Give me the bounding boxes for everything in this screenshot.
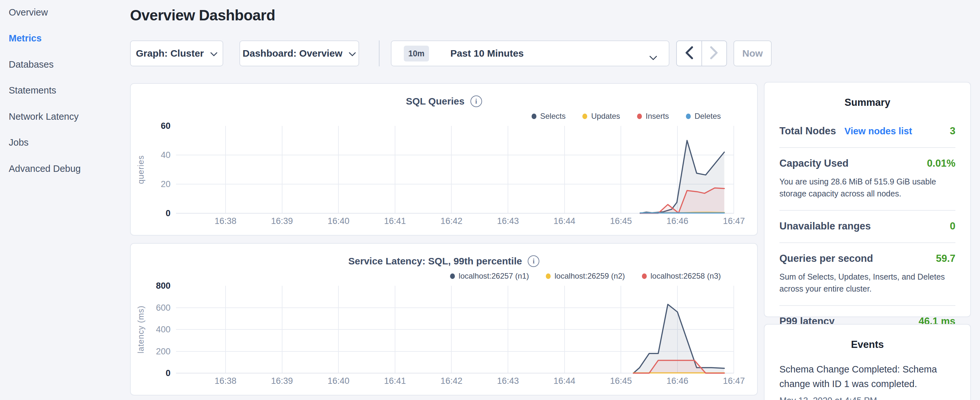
graph-scope-dropdown[interactable]: Graph: Cluster (130, 40, 223, 66)
graph-scope-dropdown-label: Graph: Cluster (136, 48, 204, 59)
events-panel: Events Schema Change Completed: Schema c… (764, 324, 971, 400)
svg-text:60: 60 (161, 121, 170, 131)
svg-text:16:41: 16:41 (384, 216, 406, 226)
time-range-dropdown[interactable]: 10m Past 10 Minutes (391, 40, 670, 66)
summary-row-queries-per-second: Queries per second 59.7 Sum of Selects, … (780, 243, 955, 306)
svg-text:400: 400 (156, 325, 170, 334)
legend-label: Inserts (646, 112, 669, 121)
sidebar-item-jobs[interactable]: Jobs (9, 130, 122, 156)
svg-text:200: 200 (156, 347, 170, 356)
sidebar-item-databases[interactable]: Databases (9, 51, 122, 78)
svg-text:16:46: 16:46 (667, 216, 689, 226)
summary-row-capacity-used: Capacity Used 0.01% You are using 28.6 M… (780, 148, 955, 211)
chart-legend: SelectsUpdatesInsertsDeletes (531, 112, 721, 121)
now-button[interactable]: Now (733, 40, 772, 66)
svg-text:16:38: 16:38 (215, 376, 237, 386)
legend-dot (582, 113, 587, 119)
svg-text:latency (ms): latency (ms) (136, 306, 145, 354)
legend-item: Updates (582, 112, 620, 121)
chevron-right-icon (710, 46, 719, 61)
legend-item: Inserts (637, 112, 669, 121)
summary-row-value: 0 (950, 220, 955, 232)
sql-queries-chart-card: SQL Queries i SelectsUpdatesInsertsDelet… (130, 83, 758, 236)
svg-text:16:45: 16:45 (610, 216, 632, 226)
summary-row-description: Sum of Selects, Updates, Inserts, and De… (780, 271, 955, 295)
info-icon[interactable]: i (471, 96, 482, 107)
summary-row-total-nodes: Total Nodes View nodes list 3 (780, 116, 955, 148)
dashboard-dropdown-label: Dashboard: Overview (243, 48, 342, 59)
svg-text:0: 0 (165, 209, 170, 218)
sidebar-item-advanced-debug[interactable]: Advanced Debug (9, 156, 122, 182)
legend-dot (450, 274, 455, 279)
summary-row-label: Unavailable ranges (780, 220, 871, 232)
svg-text:16:41: 16:41 (384, 376, 406, 386)
sidebar: Overview Metrics Databases Statements Ne… (9, 0, 122, 182)
chevron-left-icon (685, 46, 694, 61)
legend-item: localhost:26258 (n3) (642, 271, 721, 280)
svg-text:16:47: 16:47 (723, 216, 745, 226)
svg-text:0: 0 (165, 368, 170, 378)
legend-label: localhost:26258 (n3) (651, 271, 721, 280)
svg-text:40: 40 (161, 150, 170, 160)
time-range-label: Past 10 Minutes (450, 48, 524, 59)
svg-text:16:43: 16:43 (497, 216, 519, 226)
legend-dot (637, 113, 642, 119)
chevron-down-icon (349, 48, 356, 59)
svg-text:16:39: 16:39 (271, 216, 293, 226)
toolbar-divider (379, 40, 380, 66)
svg-text:queries: queries (136, 155, 145, 184)
dashboard-dropdown[interactable]: Dashboard: Overview (239, 40, 359, 66)
events-title: Events (780, 339, 955, 351)
service-latency-chart-card: Service Latency: SQL, 99th percentile i … (130, 243, 758, 395)
legend-dot (686, 113, 691, 119)
previous-time-window-button[interactable] (677, 41, 702, 66)
svg-text:20: 20 (161, 179, 170, 189)
summary-row-value: 59.7 (936, 253, 955, 265)
time-range-badge: 10m (404, 46, 429, 62)
legend-label: Selects (540, 112, 566, 121)
svg-text:600: 600 (156, 303, 170, 312)
svg-text:16:45: 16:45 (610, 376, 632, 386)
chevron-down-icon (210, 48, 217, 59)
sidebar-item-statements[interactable]: Statements (9, 78, 122, 104)
svg-text:800: 800 (156, 281, 170, 291)
legend-item: localhost:26259 (n2) (546, 271, 625, 280)
svg-text:16:42: 16:42 (441, 376, 463, 386)
legend-item: localhost:26257 (n1) (450, 271, 529, 280)
chart-title: Service Latency: SQL, 99th percentile (348, 256, 522, 267)
legend-label: localhost:26259 (n2) (555, 271, 625, 280)
summary-row-unavailable-ranges: Unavailable ranges 0 (780, 211, 955, 243)
view-nodes-list-link[interactable]: View nodes list (845, 126, 912, 137)
svg-text:16:39: 16:39 (271, 376, 293, 386)
legend-dot (531, 113, 536, 119)
chart-title-row: SQL Queries i (131, 96, 757, 107)
summary-row-label: Total Nodes (780, 125, 836, 137)
chart-title: SQL Queries (406, 96, 464, 107)
legend-dot (546, 274, 550, 279)
summary-row-description: You are using 28.6 MiB of 515.9 GiB usab… (780, 176, 955, 200)
next-time-window-button[interactable] (702, 41, 727, 66)
svg-text:16:44: 16:44 (554, 216, 576, 226)
legend-item: Deletes (686, 112, 721, 121)
legend-item: Selects (531, 112, 566, 121)
summary-row-value: 3 (950, 125, 955, 137)
summary-row-label: Capacity Used (780, 158, 849, 169)
summary-row-value: 0.01% (927, 158, 955, 169)
chevron-down-icon (649, 52, 657, 63)
svg-text:16:40: 16:40 (328, 216, 349, 226)
summary-panel: Summary Total Nodes View nodes list 3 Ca… (764, 82, 971, 317)
legend-dot (642, 274, 647, 279)
legend-label: localhost:26257 (n1) (459, 271, 529, 280)
sidebar-item-network-latency[interactable]: Network Latency (9, 104, 122, 130)
svg-text:16:42: 16:42 (441, 216, 463, 226)
sidebar-item-metrics[interactable]: Metrics (9, 25, 122, 52)
svg-text:16:40: 16:40 (328, 376, 349, 386)
svg-text:16:44: 16:44 (554, 376, 576, 386)
event-item-text[interactable]: Schema Change Completed: Schema change w… (780, 362, 955, 391)
time-window-stepper (676, 40, 727, 66)
summary-title: Summary (780, 97, 955, 108)
legend-label: Deletes (695, 112, 721, 121)
sidebar-item-overview[interactable]: Overview (9, 0, 122, 25)
info-icon[interactable]: i (528, 255, 539, 267)
chart-title-row: Service Latency: SQL, 99th percentile i (131, 255, 757, 267)
